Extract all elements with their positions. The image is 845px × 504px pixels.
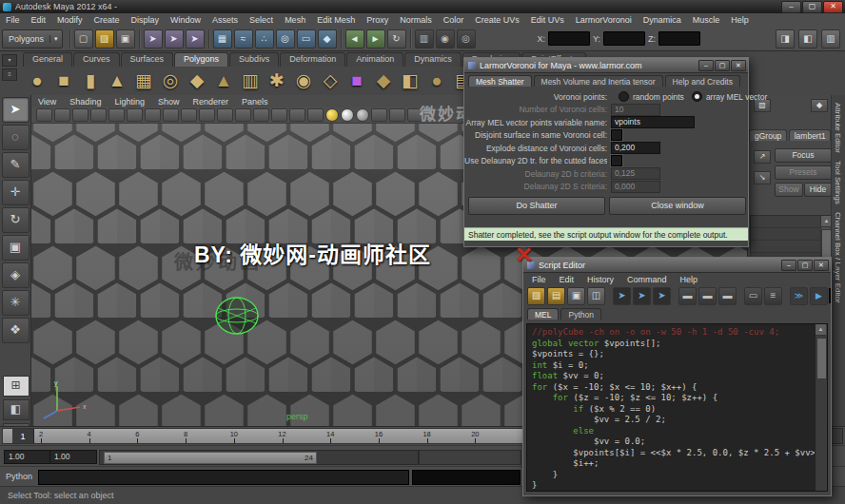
menu-create-uvs[interactable]: Create UVs bbox=[469, 14, 525, 27]
se-menu-edit[interactable]: Edit bbox=[553, 275, 581, 284]
panel-menu-renderer[interactable]: Renderer bbox=[186, 97, 235, 107]
shelf-tab-subdivs[interactable]: Subdivs bbox=[229, 52, 279, 67]
xray-icon[interactable] bbox=[371, 108, 387, 122]
safe-action-icon[interactable] bbox=[235, 108, 251, 122]
four-pane-layout-icon[interactable]: ◧ bbox=[3, 399, 29, 420]
vertical-tab-channel-box-layer-editor[interactable]: Channel Box / Layer Editor bbox=[834, 212, 842, 303]
playback-start-field[interactable]: 1.00 bbox=[4, 450, 51, 464]
unmap-button-icon[interactable]: ↘ bbox=[754, 171, 771, 184]
field-chart-icon[interactable] bbox=[217, 108, 233, 122]
panel-menu-panels[interactable]: Panels bbox=[235, 97, 275, 107]
menu-file[interactable]: File bbox=[0, 14, 26, 27]
map-button-icon[interactable]: ↗ bbox=[754, 150, 771, 164]
save-script-to-shelf-icon[interactable]: ◫ bbox=[587, 287, 605, 305]
load-script-icon[interactable]: ▨ bbox=[527, 287, 545, 305]
menu-display[interactable]: Display bbox=[126, 14, 166, 27]
execute-all-icon[interactable]: ≫ bbox=[790, 287, 808, 305]
array-mel-vector-points-variable-name-field[interactable]: vpoints bbox=[611, 116, 695, 128]
shelf-options-icon[interactable]: ≡ bbox=[2, 68, 17, 81]
focus-button[interactable]: Focus bbox=[775, 148, 832, 163]
se-tab-python[interactable]: Python bbox=[560, 308, 600, 320]
snap-to-projected-center-icon[interactable]: ◎ bbox=[276, 29, 295, 48]
select-camera-icon[interactable] bbox=[36, 108, 52, 122]
script-editor-title-bar[interactable]: Script Editor – ▢ ✕ bbox=[523, 258, 831, 273]
scroll-up-icon[interactable]: ▲ bbox=[816, 324, 826, 336]
menu-larmorvoronoi[interactable]: LarmorVoronoi bbox=[570, 14, 638, 27]
paint-select-tool-icon[interactable]: ✎ bbox=[2, 152, 29, 178]
poly-cube-icon[interactable]: ■ bbox=[51, 68, 76, 93]
menu-create[interactable]: Create bbox=[88, 14, 126, 27]
rotate-tool-icon[interactable]: ↻ bbox=[2, 207, 29, 233]
se-tab-mel[interactable]: MEL bbox=[527, 308, 559, 320]
select-hierarchy-icon[interactable]: ➤ bbox=[144, 29, 163, 48]
show-history-pane-icon[interactable]: ▬ bbox=[678, 287, 697, 305]
se-maximize-button[interactable]: ▢ bbox=[797, 260, 813, 271]
show-line-numbers-icon[interactable]: ≡ bbox=[764, 287, 782, 305]
show-manipulator-icon[interactable]: ❖ bbox=[2, 318, 29, 343]
menu-dynamica[interactable]: Dynamica bbox=[638, 14, 687, 27]
se-menu-history[interactable]: History bbox=[580, 275, 620, 284]
script-input-pane[interactable]: //polyCube -ch on -o on -w 50 -h 1 -d 50… bbox=[526, 323, 828, 492]
command-line-input[interactable] bbox=[38, 470, 409, 485]
material-tab-ggroup[interactable]: gGroup bbox=[749, 129, 787, 141]
shelf-tab-general[interactable]: General bbox=[23, 52, 72, 67]
sculpt-geometry-icon[interactable]: ◆ bbox=[371, 68, 396, 93]
snap-to-curves-icon[interactable]: ≈ bbox=[234, 29, 253, 48]
show-channel-box-icon[interactable]: ▥ bbox=[821, 29, 840, 48]
shelf-tab-polygons[interactable]: Polygons bbox=[174, 52, 228, 67]
shaded-mode-icon[interactable] bbox=[289, 108, 305, 122]
clear-all-icon[interactable]: ➤ bbox=[653, 287, 671, 305]
menu-normals[interactable]: Normals bbox=[394, 14, 438, 27]
bookmarks-icon[interactable] bbox=[90, 108, 107, 122]
shadows-icon[interactable] bbox=[356, 108, 369, 122]
show-attribute-editor-icon[interactable]: ◨ bbox=[776, 29, 795, 48]
coordinate-input-z[interactable] bbox=[658, 31, 700, 46]
ae-pin-icon[interactable]: ◆ bbox=[811, 99, 828, 112]
shelf-tab-menu-icon[interactable]: ▾ bbox=[2, 54, 17, 67]
se-menu-help[interactable]: Help bbox=[674, 275, 705, 284]
snap-to-view-planes-icon[interactable]: ▭ bbox=[297, 29, 316, 48]
menu-edit[interactable]: Edit bbox=[26, 14, 52, 27]
se-minimize-button[interactable]: – bbox=[781, 260, 796, 271]
se-menu-file[interactable]: File bbox=[525, 275, 553, 284]
poly-soccer-ball-icon[interactable]: ◉ bbox=[291, 68, 316, 93]
dialog-tab-mesh-shatter[interactable]: Mesh Shatter bbox=[468, 75, 532, 87]
clear-input-icon[interactable]: ➤ bbox=[633, 287, 651, 305]
menu-edit-uvs[interactable]: Edit UVs bbox=[525, 14, 570, 27]
material-tab-lambert1[interactable]: lambert1 bbox=[789, 129, 831, 141]
menu-color[interactable]: Color bbox=[438, 14, 470, 27]
menu-proxy[interactable]: Proxy bbox=[361, 14, 394, 27]
dialog-tab-mesh-volume-and-inertia-tensor[interactable]: Mesh Volume and Inertia tensor bbox=[534, 75, 663, 87]
save-scene-icon[interactable]: ▣ bbox=[116, 29, 135, 48]
range-slider-bar[interactable]: 1 24 bbox=[104, 452, 317, 464]
close-window-button[interactable]: Close window bbox=[609, 197, 746, 215]
poly-sphere-icon[interactable]: ● bbox=[25, 68, 49, 93]
move-tool-icon[interactable]: ✛ bbox=[2, 180, 29, 205]
save-script-icon[interactable]: ▣ bbox=[567, 287, 585, 305]
minimize-button[interactable]: – bbox=[781, 1, 801, 13]
do-shatter-button[interactable]: Do Shatter bbox=[468, 197, 605, 215]
poly-pyramid-icon[interactable]: ▲ bbox=[211, 68, 236, 93]
poly-helix-icon[interactable]: ✱ bbox=[265, 68, 289, 93]
show-button[interactable]: Show bbox=[775, 183, 803, 197]
image-plane-icon[interactable] bbox=[108, 108, 125, 122]
construction-history-icon[interactable]: ↻ bbox=[387, 29, 406, 48]
open-scene-icon[interactable]: ▨ bbox=[95, 29, 114, 48]
shelf-tab-curves[interactable]: Curves bbox=[73, 52, 120, 67]
show-input-pane-icon[interactable]: ▬ bbox=[698, 287, 717, 305]
open-render-view-icon[interactable]: ▥ bbox=[415, 29, 434, 48]
custom-cube-icon[interactable]: ■ bbox=[344, 68, 369, 93]
poly-cylinder-icon[interactable]: ▮ bbox=[78, 68, 103, 93]
select-object-icon[interactable]: ➤ bbox=[165, 29, 184, 48]
safe-title-icon[interactable] bbox=[253, 108, 269, 122]
poly-prism-icon[interactable]: ◆ bbox=[185, 68, 209, 93]
execute-icon[interactable]: ▶ bbox=[810, 287, 828, 305]
input-connections-icon[interactable]: ◄ bbox=[345, 29, 364, 48]
dialog-maximize-button[interactable]: ▢ bbox=[715, 60, 730, 71]
select-component-icon[interactable]: ➤ bbox=[186, 29, 205, 48]
command-line-mode-label[interactable]: Python bbox=[6, 472, 32, 481]
isolate-select-icon[interactable] bbox=[389, 108, 405, 122]
chevron-down-icon[interactable]: ▾ bbox=[49, 35, 62, 43]
menu-assets[interactable]: Assets bbox=[206, 14, 244, 27]
panel-menu-show[interactable]: Show bbox=[151, 97, 187, 107]
